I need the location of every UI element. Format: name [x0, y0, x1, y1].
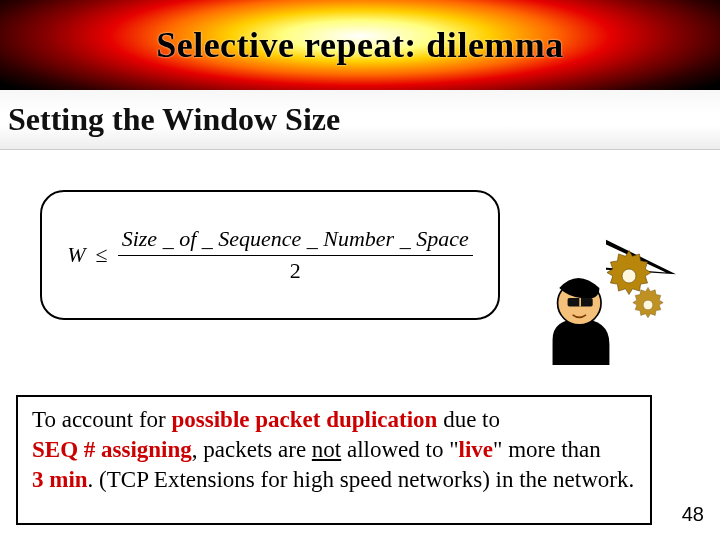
formula-denominator: 2 — [290, 256, 301, 284]
formula-box: W ≤ Size _ of _ Sequence _ Number _ Spac… — [40, 190, 500, 320]
svg-point-1 — [643, 300, 653, 310]
formula-lhs: W — [67, 242, 85, 268]
note-highlight: live — [459, 437, 494, 462]
note-highlight: possible packet duplication — [172, 407, 438, 432]
slide-subtitle: Setting the Window Size — [8, 101, 340, 138]
page-number: 48 — [682, 503, 704, 526]
formula: W ≤ Size _ of _ Sequence _ Number _ Spac… — [67, 226, 472, 284]
slide-title: Selective repeat: dilemma — [156, 24, 564, 66]
note-text: To account for — [32, 407, 172, 432]
formula-callout: W ≤ Size _ of _ Sequence _ Number _ Spac… — [40, 190, 560, 320]
note-highlight: 3 min — [32, 467, 88, 492]
note-text: , packets are — [192, 437, 312, 462]
person-thinking-icon — [542, 273, 630, 365]
note-text: due to — [437, 407, 500, 432]
gear-icon — [628, 285, 668, 325]
slide: Selective repeat: dilemma Setting the Wi… — [0, 0, 720, 540]
formula-fraction: Size _ of _ Sequence _ Number _ Space 2 — [118, 226, 473, 284]
note-box: To account for possible packet duplicati… — [16, 395, 652, 525]
note-underline: not — [312, 437, 341, 462]
formula-numerator: Size _ of _ Sequence _ Number _ Space — [118, 226, 473, 255]
note-text: " more than — [493, 437, 601, 462]
title-banner: Selective repeat: dilemma — [0, 0, 720, 90]
subtitle-bar: Setting the Window Size — [0, 90, 720, 150]
thinker-clipart — [542, 245, 672, 365]
note-text: . (TCP Extensions for high speed network… — [88, 467, 635, 492]
note-highlight: SEQ # assigning — [32, 437, 192, 462]
note-text: allowed to " — [341, 437, 458, 462]
formula-operator: ≤ — [96, 242, 108, 268]
